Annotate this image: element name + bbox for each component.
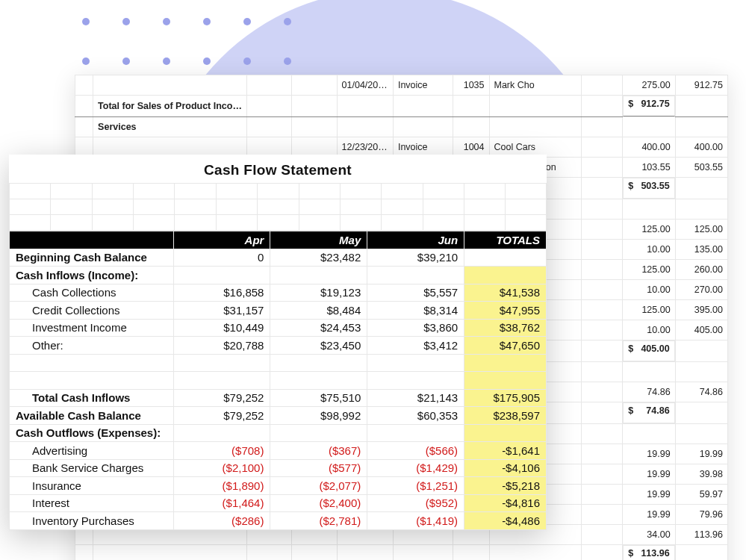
table-row	[10, 372, 547, 390]
dot-pattern-top-left	[82, 15, 324, 28]
row-label: Other:	[10, 337, 174, 355]
row-label: Bank Service Charges	[10, 459, 174, 477]
cashflow-table: Apr May Jun TOTALS Beginning Cash Balanc…	[9, 231, 547, 530]
cashflow-sheet: Cash Flow Statement Apr May Jun TOTALS B…	[9, 155, 547, 530]
table-row: Available Cash Balance$79,252$98,992$60,…	[10, 407, 547, 425]
table-row: Other:$20,788$23,450$3,412$47,650	[10, 337, 547, 355]
row-label: Cash Inflows (Income):	[10, 267, 174, 284]
row-label: Inventory Purchases	[10, 512, 174, 530]
table-row: Cash Inflows (Income):	[10, 267, 547, 284]
table-row: Insurance($1,890)($2,077)($1,251)-$5,218	[10, 477, 547, 495]
table-row: Investment Income$10,449$24,453$3,860$38…	[10, 319, 547, 337]
cashflow-title: Cash Flow Statement	[9, 155, 547, 183]
table-row: Interest($1,464)($2,400)($952)-$4,816	[10, 494, 547, 512]
table-row: Advertising($708)($367)($566)-$1,641	[10, 442, 547, 460]
row-label: Investment Income	[10, 319, 174, 337]
table-row: Credit Collections$31,157$8,484$8,314$47…	[10, 302, 547, 320]
col-jun: Jun	[367, 231, 464, 249]
col-apr: Apr	[173, 231, 270, 249]
row-label: Cash Outflows (Expenses):	[10, 424, 174, 442]
row-label: Insurance	[10, 477, 174, 495]
row-label: Beginning Cash Balance	[10, 249, 174, 267]
row-label: Interest	[10, 494, 174, 512]
row-label: Cash Collections	[10, 284, 174, 302]
header-row: Apr May Jun TOTALS	[10, 231, 547, 249]
dot-pattern-top-left-2	[82, 55, 324, 68]
col-totals: TOTALS	[464, 231, 547, 249]
table-row: Inventory Purchases($286)($2,781)($1,419…	[10, 512, 547, 530]
table-row: Beginning Cash Balance0$23,482$39,210	[10, 249, 547, 267]
row-label: Total Cash Inflows	[10, 389, 174, 407]
col-may: May	[270, 231, 367, 249]
table-row: Cash Outflows (Expenses):	[10, 424, 547, 442]
row-label: Available Cash Balance	[10, 407, 174, 425]
row-label: Credit Collections	[10, 302, 174, 320]
table-row: Total Cash Inflows$79,252$75,510$21,143$…	[10, 389, 547, 407]
row-label	[10, 372, 174, 390]
table-row: Bank Service Charges($2,100)($577)($1,42…	[10, 459, 547, 477]
table-row	[10, 354, 547, 372]
row-label	[10, 354, 174, 372]
table-row: Cash Collections$16,858$19,123$5,557$41,…	[10, 284, 547, 302]
blank-grid	[9, 183, 547, 231]
row-label: Advertising	[10, 442, 174, 460]
